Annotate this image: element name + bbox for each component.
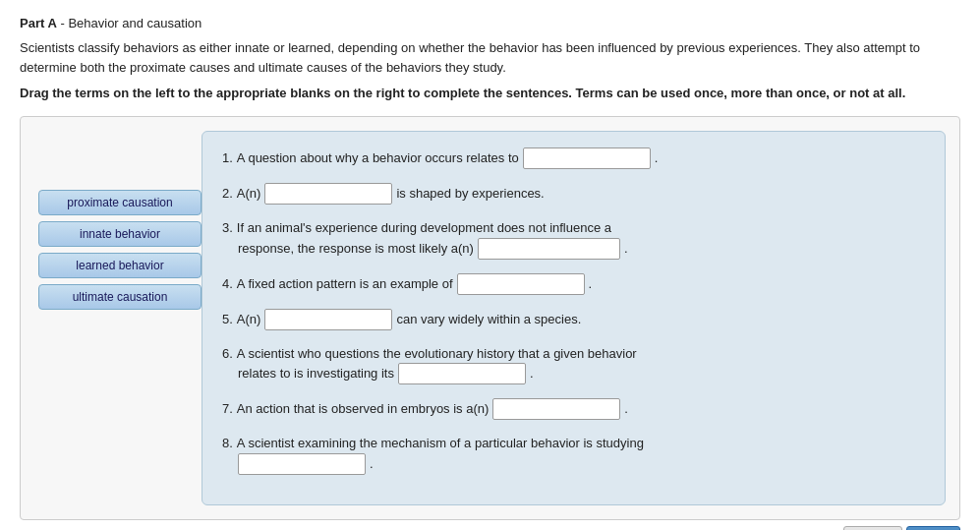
part-label: Part A <box>20 16 57 30</box>
q7-blank[interactable] <box>492 398 620 420</box>
q4-text-after: . <box>589 274 593 294</box>
q6-line2: relates to is investigating its <box>238 364 394 383</box>
q1-text-before: A question about why a behavior occurs r… <box>237 148 519 168</box>
part-title: - Behavior and causation <box>60 16 202 30</box>
q8-line1: A scientist examining the mechanism of a… <box>237 434 644 453</box>
activity-area: proximate causation innate behavior lear… <box>20 116 960 520</box>
q5-text-before: A(n) <box>237 310 261 329</box>
q6-blank[interactable] <box>398 363 526 384</box>
q7-text-before: An action that is observed in embryos is… <box>237 399 490 419</box>
q5-number: 5. <box>222 310 233 329</box>
q2-blank[interactable] <box>264 183 392 205</box>
q7-text-after: . <box>624 399 628 419</box>
question-7: 7. An action that is observed in embryos… <box>222 398 925 420</box>
question-1: 1. A question about why a behavior occur… <box>222 147 925 169</box>
q8-number: 8. <box>222 434 233 453</box>
question-5: 5. A(n) can vary widely within a species… <box>222 309 925 330</box>
page-wrapper: Part A - Behavior and causation Scientis… <box>0 0 980 530</box>
q1-number: 1. <box>222 148 233 168</box>
question-8: 8. A scientist examining the mechanism o… <box>222 434 925 475</box>
footer-bar: ↺ reset ? help <box>20 526 960 530</box>
part-header: Part A - Behavior and causation <box>20 16 960 30</box>
q7-number: 7. <box>222 399 233 419</box>
terms-panel: proximate causation innate behavior lear… <box>34 131 202 505</box>
q4-blank[interactable] <box>457 273 585 295</box>
q1-text-after: . <box>655 148 659 168</box>
q3-line1: If an animal's experience during develop… <box>237 218 611 238</box>
q4-text-before: A fixed action pattern is an example of <box>237 274 453 294</box>
q8-blank[interactable] <box>238 453 366 475</box>
question-4: 4. A fixed action pattern is an example … <box>222 273 925 295</box>
q3-blank[interactable] <box>478 238 620 260</box>
q2-text-after: is shaped by experiences. <box>396 184 544 204</box>
questions-panel: 1. A question about why a behavior occur… <box>202 131 946 505</box>
description-text: Scientists classify behaviors as either … <box>20 38 924 77</box>
q4-number: 4. <box>222 274 233 294</box>
q5-blank[interactable] <box>264 309 392 330</box>
q1-blank[interactable] <box>523 147 651 169</box>
term-learned-behavior[interactable]: learned behavior <box>38 253 202 278</box>
q3-line2: response, the response is most likely a(… <box>238 239 474 259</box>
q3-text-after: . <box>624 239 628 259</box>
question-2: 2. A(n) is shaped by experiences. <box>222 183 925 205</box>
q2-number: 2. <box>222 184 233 204</box>
question-3: 3. If an animal's experience during deve… <box>222 218 925 260</box>
instruction-text: Drag the terms on the left to the approp… <box>20 85 924 102</box>
q6-number: 6. <box>222 344 233 364</box>
q6-line1: A scientist who questions the evolutiona… <box>237 344 637 364</box>
question-6: 6. A scientist who questions the evoluti… <box>222 344 925 385</box>
q3-number: 3. <box>222 218 233 238</box>
q2-text-before: A(n) <box>237 184 261 204</box>
help-button[interactable]: ? help <box>906 526 960 530</box>
term-ultimate-causation[interactable]: ultimate causation <box>38 284 202 310</box>
term-proximate-causation[interactable]: proximate causation <box>38 190 202 215</box>
q6-text-after: . <box>530 364 534 383</box>
q8-text-after: . <box>370 454 374 474</box>
reset-button[interactable]: ↺ reset <box>843 526 903 530</box>
q5-text-after: can vary widely within a species. <box>396 310 581 329</box>
term-innate-behavior[interactable]: innate behavior <box>38 221 202 247</box>
